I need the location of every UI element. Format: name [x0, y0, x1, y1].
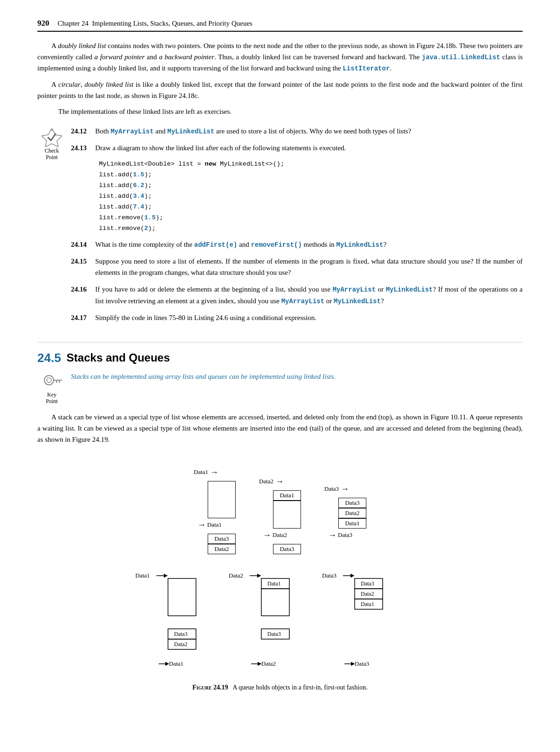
key-point-section: KeyPoint Stacks can be implemented using… — [37, 371, 523, 405]
svg-text:Data3: Data3 — [267, 631, 281, 637]
cell-col2-data1: Data1 — [273, 490, 301, 501]
code-mylinkedlist-4: MyLinkedList — [334, 298, 381, 305]
chapter-number: Chapter 24 — [58, 20, 89, 27]
key-icon-svg — [42, 371, 62, 391]
section-24-5-body: A stack can be viewed as a special type … — [37, 411, 523, 445]
code-myarraylist-1: MyArrayList — [111, 128, 154, 135]
figure-label: Figure 24.19 — [192, 684, 228, 691]
cell-data3: Data3 — [208, 534, 236, 544]
code-myarraylist-2: MyArrayList — [333, 286, 376, 293]
q-number-24-14: 24.14 — [71, 239, 95, 250]
page-header: 920 Chapter 24 Implementing Lists, Stack… — [37, 19, 523, 32]
svg-rect-19 — [261, 589, 289, 616]
q-number-24-15: 24.15 — [71, 256, 95, 267]
code-linkedlist: java.util.LinkedList — [422, 54, 500, 61]
question-24-16: 24.16 If you have to add or delete the e… — [71, 284, 523, 306]
svg-text:Data1: Data1 — [361, 601, 374, 607]
q-text-24-12: Both MyArrayList and MyLinkedList are us… — [95, 125, 523, 137]
q-number-24-13: 24.13 — [71, 142, 95, 153]
svg-text:Data2: Data2 — [229, 572, 243, 579]
empty-box-1 — [208, 481, 236, 518]
code-line-4: list.add(3.4); — [99, 191, 523, 202]
code-removefirst: removeFirst() — [251, 241, 302, 249]
paragraph-exercises: The implementations of these linked list… — [37, 106, 523, 117]
cell-col3-data3: Data3 — [338, 498, 366, 508]
q-text-24-15: Suppose you need to store a list of elem… — [95, 256, 523, 278]
col3-spacer — [338, 544, 366, 554]
svg-point-1 — [44, 376, 54, 385]
q-number-24-12: 24.12 — [71, 125, 95, 137]
svg-text:Data2: Data2 — [174, 641, 188, 648]
queue-diagram-full: Data1 Data3 Data2 Data1 Data2 Data1 — [37, 568, 523, 680]
col3-boxes: Data3 Data2 Data1 — [338, 498, 366, 529]
svg-text:Data3: Data3 — [322, 572, 336, 579]
section-number: 24.5 — [37, 351, 61, 365]
body-text-section: A doubly linked list contains nodes with… — [37, 40, 523, 117]
q-number-24-16: 24.16 — [71, 284, 95, 295]
col1-bottom-boxes: Data3 Data2 — [208, 534, 236, 554]
check-point-section: CheckPoint 24.12 Both MyArrayList and My… — [37, 125, 523, 329]
cell-data2: Data2 — [208, 544, 236, 554]
svg-marker-0 — [42, 128, 62, 147]
check-icon-svg — [42, 126, 62, 147]
question-24-13: 24.13 Draw a diagram to show the linked … — [71, 142, 523, 153]
code-addfirst: addFirst(e) — [194, 241, 237, 249]
svg-text:Data3: Data3 — [361, 580, 374, 587]
section-heading-24-5: 24.5 Stacks and Queues — [37, 342, 523, 365]
chapter-title-text: Implementing Lists, Stacks, Queues, and … — [92, 20, 252, 27]
figure-caption-text: A queue holds objects in a first-in, fir… — [232, 684, 367, 691]
key-point-text: Stacks can be implemented using array li… — [71, 371, 523, 382]
question-24-12: 24.12 Both MyArrayList and MyLinkedList … — [71, 125, 523, 137]
figure-caption: Figure 24.19 A queue holds objects in a … — [192, 684, 367, 691]
code-block-24-13: MyLinkedList<Double> list = new MyLinked… — [99, 159, 523, 234]
paragraph-doubly-linked: A doubly linked list contains nodes with… — [37, 40, 523, 74]
svg-text:Data3: Data3 — [355, 660, 369, 667]
paragraph-stack-queue: A stack can be viewed as a special type … — [37, 411, 523, 445]
paragraph-circular: A circular, doubly linked list is like a… — [37, 79, 523, 101]
empty-box-2 — [273, 501, 301, 529]
svg-text:Data1: Data1 — [169, 660, 183, 667]
svg-rect-8 — [168, 578, 196, 616]
code-mylinkedlist-2: MyLinkedList — [336, 241, 384, 249]
code-mylinkedlist-1: MyLinkedList — [168, 128, 215, 135]
queue-svg: Data1 Data3 Data2 Data1 Data2 Data1 — [112, 568, 448, 680]
bottom-arrow-1: → Data1 — [197, 520, 222, 530]
code-line-7: list.remove(2); — [99, 223, 523, 234]
cell-col3-data2: Data2 — [338, 508, 366, 518]
svg-text:Data3: Data3 — [174, 631, 188, 637]
bottom-arrow-2: → Data2 — [263, 530, 287, 540]
code-mylinkedlist-3: MyLinkedList — [386, 286, 433, 293]
col2-boxes: Data1 — [273, 490, 301, 529]
q-text-24-17: Simplify the code in lines 75-80 in List… — [95, 312, 523, 323]
cell-col3-data1: Data1 — [338, 518, 366, 529]
figure-24-19: Data1 → → Data1 Data3 Data2 — [37, 458, 523, 691]
col1-boxes — [208, 481, 236, 518]
cell-col2b-data3: Data3 — [273, 544, 301, 554]
diagram-col-2: Data2 → Data1 → Data2 Data3 — [259, 477, 301, 554]
section-title: Stacks and Queues — [67, 351, 170, 364]
q-text-24-14: What is the time complexity of the addFi… — [95, 239, 523, 250]
diagram-col-1: Data1 → → Data1 Data3 Data2 — [194, 467, 236, 554]
code-line-2: list.add(1.5); — [99, 170, 523, 181]
q-text-24-16: If you have to add or delete the element… — [95, 284, 523, 306]
page-number: 920 — [37, 19, 49, 28]
svg-text:Data1: Data1 — [267, 580, 281, 587]
svg-point-2 — [47, 378, 51, 383]
key-label: KeyPoint — [46, 391, 57, 405]
questions-list: 24.12 Both MyArrayList and MyLinkedList … — [71, 125, 523, 329]
svg-text:Data2: Data2 — [361, 591, 374, 597]
col2-bottom-boxes: Data3 — [273, 544, 301, 554]
arrow-data3: Data3 → — [324, 484, 351, 494]
question-24-15: 24.15 Suppose you need to store a list o… — [71, 256, 523, 278]
code-listiterator: ListIterator — [343, 65, 390, 72]
code-myarraylist-3: MyArrayList — [281, 298, 324, 305]
question-24-17: 24.17 Simplify the code in lines 75-80 i… — [71, 312, 523, 323]
svg-text:Data2: Data2 — [261, 660, 276, 667]
key-point-icon-container: KeyPoint — [37, 371, 66, 405]
code-line-3: list.add(6.2); — [99, 181, 523, 191]
chapter-label: Chapter 24 Implementing Lists, Stacks, Q… — [58, 20, 252, 28]
code-line-5: list.add(7.4); — [99, 202, 523, 213]
q-number-24-17: 24.17 — [71, 312, 95, 323]
bottom-arrow-3: → Data3 — [328, 530, 352, 540]
check-point-icon: CheckPoint — [37, 126, 66, 161]
